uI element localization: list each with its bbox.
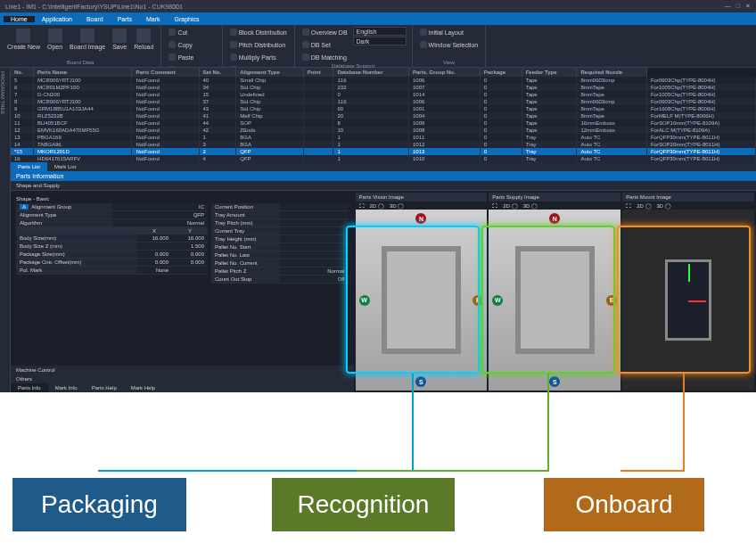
ribbon-copy[interactable]: Copy	[167, 39, 216, 51]
col-no-[interactable]: No.	[11, 68, 34, 77]
ribbon-overview-db[interactable]: Overview DB	[300, 27, 349, 38]
ribbon-cut[interactable]: Cut	[167, 27, 216, 38]
compass-s-icon: S	[549, 376, 560, 387]
table-row[interactable]: 12EMVK160ADA470MF55GNotFound42ZEnds10100…	[11, 127, 756, 134]
table-row[interactable]: 6MCR01MZPF100NotFound34Std.Chip23210070T…	[11, 84, 756, 91]
table-row[interactable]: 8MCR006YRTJ100NotFound37Std.Chip11610060…	[11, 98, 756, 105]
image-panel-1: Parts Supply Image⛶2D ◯3D ◯NSWE	[489, 193, 620, 391]
compass-e-icon: E	[472, 295, 483, 306]
compass-s-icon: S	[415, 376, 426, 387]
compass-w-icon: W	[359, 295, 370, 306]
machine-control-header[interactable]: Machine Control	[11, 366, 354, 374]
maximize-icon[interactable]: □	[736, 3, 740, 10]
table-row[interactable]: 9GRM1885U1A103JA44NotFound43Std.Chip6010…	[11, 105, 756, 112]
image-panel-0: Parts Vision Image⛶2D ◯3D ◯NSWE	[356, 193, 488, 391]
ribbon-db-matching[interactable]: DB Matching	[300, 52, 349, 63]
titlebar: Line1 - IM1 - C:\IntelligentFactory\YSUP…	[0, 0, 756, 12]
col-feeder-type[interactable]: Feeder Type	[522, 68, 577, 77]
col-package[interactable]: Package	[480, 68, 522, 77]
compass-w-icon: W	[492, 295, 503, 306]
label-onboard: Onboard	[544, 478, 704, 531]
expand-icon[interactable]: ⛶	[359, 203, 365, 209]
col-database-number[interactable]: Database Number	[333, 68, 409, 77]
image-panel-2: Parts Mount Image⛶2D ◯3D ◯	[622, 193, 754, 391]
app-window: Line1 - IM1 - C:\IntelligentFactory\YSUP…	[0, 0, 756, 392]
ribbon-reload[interactable]: Reload	[132, 27, 155, 52]
compass-n-icon: N	[415, 213, 426, 224]
ribbon-multiply-parts[interactable]: Multiply Parts	[228, 52, 289, 63]
title-text: Line1 - IM1 - C:\IntelligentFactory\YSUP…	[5, 4, 183, 10]
ribbon-db-set[interactable]: DB Set	[300, 39, 349, 51]
table-row[interactable]: *15MKOR1201DNotFound2QFP110130TrayAuto T…	[11, 148, 756, 155]
close-icon[interactable]: ✕	[745, 3, 751, 10]
table-row[interactable]: 7D-CN200NotFound15Undefined010140Tape8mm…	[11, 91, 756, 98]
parts-info-header: Parts Information	[11, 171, 756, 181]
program-tree-sidebar[interactable]: PROGRAM TREE	[0, 68, 11, 392]
table-row[interactable]: 10RLZ5232BNotFound41Melf Chip2010040Tape…	[11, 112, 756, 119]
theme-select[interactable]: Dark	[353, 37, 407, 45]
col-alignment-type[interactable]: Alignment Type	[236, 68, 303, 77]
ribbon-create-new[interactable]: Create New	[5, 27, 42, 52]
menubar: HomeApplicationBoardPartsMarkGraphics	[0, 12, 756, 25]
expand-icon[interactable]: ⛶	[626, 203, 631, 209]
ribbon-board-image[interactable]: Board Image	[68, 27, 107, 52]
table-row[interactable]: 16HD6417615ARFVNotFound4QFP110100TrayAut…	[11, 155, 756, 162]
label-recognition: Recognition	[272, 478, 455, 531]
parts-table-area: No.Parts NameParts CommentSet No.Alignme…	[11, 68, 756, 162]
table-row[interactable]: 13PBGA169NotFound1BGA110110TrayAuto TCFo…	[11, 134, 756, 141]
table-row[interactable]: 11BU4051BCFNotFound44SOP810090Tape16mmEm…	[11, 119, 756, 127]
footer-tab-mark-info[interactable]: Mark Info	[48, 383, 85, 392]
compass-e-icon: E	[606, 295, 617, 306]
table-row[interactable]: 5MCR006YRTJ100NotFound40Small Chip116100…	[11, 77, 756, 84]
minimize-icon[interactable]: —	[725, 3, 731, 10]
shape-supply-header: Shape and Supply	[11, 181, 756, 190]
ribbon-paste[interactable]: Paste	[167, 52, 216, 63]
connector-onboard	[683, 374, 685, 472]
shape-basic-label: Shape - Basic	[16, 194, 349, 203]
menu-home[interactable]: Home	[4, 16, 35, 22]
ribbon: Create NewOpenBoard ImageSaveReloadBoard…	[0, 25, 756, 68]
menu-application[interactable]: Application	[35, 16, 79, 22]
menu-parts[interactable]: Parts	[111, 16, 139, 22]
col-set-no-[interactable]: Set No.	[199, 68, 236, 77]
ribbon-open[interactable]: Open	[45, 27, 64, 52]
ribbon-save[interactable]: Save	[111, 27, 128, 52]
expand-icon[interactable]: ⛶	[492, 203, 497, 209]
language-select[interactable]: English	[353, 27, 407, 36]
col-parts-group-no-[interactable]: Parts. Group No.	[408, 68, 480, 77]
footer-tab-parts-info[interactable]: Parts Info	[11, 383, 48, 392]
menu-mark[interactable]: Mark	[139, 16, 168, 22]
parts-table: No.Parts NameParts CommentSet No.Alignme…	[11, 68, 756, 162]
connector-packaging	[412, 374, 414, 472]
ribbon-pitch-distribution[interactable]: Pitch Distribution	[228, 39, 289, 51]
footer-tab-mark-help[interactable]: Mark Help	[124, 383, 162, 392]
col-point[interactable]: Point	[303, 68, 333, 77]
label-packaging: Packaging	[12, 478, 186, 531]
compass-n-icon: N	[549, 213, 560, 224]
col-parts-comment[interactable]: Parts Comment	[132, 68, 199, 77]
connector-recognition	[547, 374, 549, 472]
footer-tab-parts-help[interactable]: Parts Help	[85, 383, 124, 392]
others-header[interactable]: Others	[11, 374, 354, 383]
tab-mark-list[interactable]: Mark List	[47, 162, 83, 171]
ribbon-initial-layout[interactable]: Initial Layout	[418, 27, 481, 38]
menu-graphics[interactable]: Graphics	[168, 16, 207, 22]
menu-board[interactable]: Board	[79, 16, 111, 22]
ribbon-window-selection[interactable]: Window Selection	[418, 39, 481, 51]
tab-parts-list[interactable]: Parts List	[11, 162, 47, 171]
ribbon-block-distribution[interactable]: Block Distribution	[228, 27, 289, 38]
col-required-nozzle[interactable]: Required Nozzle	[577, 68, 646, 77]
list-tabs: Parts ListMark List	[11, 162, 756, 171]
col-parts-name[interactable]: Parts Name	[34, 68, 132, 77]
table-row[interactable]: 14TABGA96NotFound3BGA110120TrayAuto TCFo…	[11, 141, 756, 148]
